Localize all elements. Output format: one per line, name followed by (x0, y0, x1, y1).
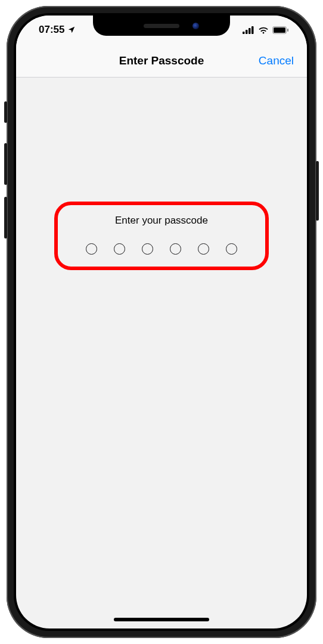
svg-rect-0 (243, 32, 245, 34)
svg-rect-1 (246, 30, 248, 34)
svg-rect-6 (287, 29, 288, 32)
passcode-dot (86, 243, 97, 255)
passcode-dot (142, 243, 153, 255)
wifi-icon (258, 26, 269, 34)
side-button (316, 161, 319, 221)
volume-down-button (4, 197, 7, 239)
cellular-signal-icon (243, 26, 254, 34)
passcode-dot (170, 243, 181, 255)
passcode-entry[interactable]: Enter your passcode (54, 202, 269, 270)
volume-up-button (4, 143, 7, 185)
passcode-dot (198, 243, 209, 255)
svg-rect-5 (274, 27, 285, 33)
annotation-highlight (54, 202, 269, 270)
svg-rect-2 (249, 28, 251, 34)
content: Enter your passcode (16, 78, 307, 628)
home-indicator[interactable] (114, 618, 209, 621)
page-title: Enter Passcode (119, 54, 204, 67)
passcode-prompt: Enter your passcode (60, 215, 263, 227)
nav-bar: Enter Passcode Cancel (16, 44, 307, 78)
front-camera (192, 23, 199, 29)
cancel-button[interactable]: Cancel (259, 54, 294, 67)
passcode-dot (226, 243, 237, 255)
passcode-dot (114, 243, 125, 255)
phone-frame: 07:55 (7, 6, 316, 638)
location-arrow-icon (67, 26, 76, 34)
status-time: 07:55 (39, 24, 64, 36)
svg-rect-3 (251, 26, 254, 34)
speaker-grill (144, 24, 179, 28)
screen: 07:55 (16, 16, 307, 628)
mute-switch (4, 101, 7, 123)
passcode-dots (60, 243, 263, 255)
battery-icon (272, 26, 289, 34)
notch (93, 16, 230, 36)
